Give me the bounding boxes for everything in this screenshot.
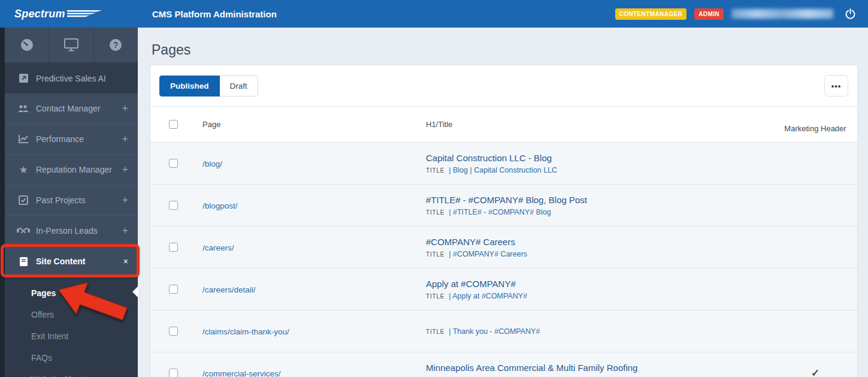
book-icon	[16, 257, 31, 267]
publish-state-tabs: Published Draft	[159, 76, 258, 96]
dashboard-gauge-icon[interactable]	[5, 28, 49, 62]
submenu-item-label: Website About	[31, 375, 85, 377]
title-label: TITLE	[426, 328, 444, 335]
submenu-item-label: Pages	[31, 288, 56, 298]
active-submenu-notch	[132, 286, 138, 298]
table-row: /blog/ Capital Construction LLC - Blog T…	[150, 143, 857, 185]
brand-name: Spectrum	[14, 8, 65, 20]
app-title: CMS Platform Administration	[152, 9, 277, 19]
users-icon	[16, 104, 31, 113]
sidebar: ? Predictive Sales AI Contact Manager + …	[0, 28, 138, 377]
site-content-submenu: Pages Offers Exit Intent FAQs Website Ab…	[5, 277, 138, 377]
toolbar: Published Draft •••	[150, 65, 857, 107]
expand-plus-icon[interactable]: +	[122, 133, 128, 146]
table-row: /careers/ #COMPANY# Careers TITLE| #COMP…	[150, 227, 857, 269]
pages-card: Published Draft ••• Page H1/Title Market…	[150, 65, 858, 377]
row-checkbox[interactable]	[169, 327, 178, 336]
sidebar-nav: Predictive Sales AI Contact Manager + Pe…	[5, 63, 138, 277]
sidebar-item-label: Site Content	[36, 257, 85, 266]
title-value: | Thank you - #COMPANY#	[449, 327, 540, 336]
title-value: | Apply at #COMPANY#	[449, 292, 527, 300]
page-h1[interactable]: Capital Construction LLC - Blog	[426, 153, 779, 163]
submenu-item-offers[interactable]: Offers	[5, 304, 138, 325]
title-value: | #COMPANY# Careers	[449, 250, 527, 258]
monitor-icon[interactable]	[49, 28, 93, 62]
role-badge-admin: ADMIN	[694, 8, 724, 20]
tab-draft[interactable]: Draft	[220, 76, 258, 96]
chart-line-icon	[16, 134, 31, 144]
top-bar: Spectrum CMS Platform Administration CON…	[0, 0, 868, 28]
row-checkbox[interactable]	[169, 285, 178, 294]
page-h1[interactable]: #TITLE# - #COMPANY# Blog, Blog Post	[426, 195, 779, 205]
submenu-item-exit-intent[interactable]: Exit Intent	[5, 325, 138, 347]
row-checkbox[interactable]	[169, 369, 178, 377]
column-header-page: Page	[202, 120, 426, 129]
column-header-marketing-header: Marketing Header	[779, 116, 851, 133]
sidebar-item-contact-manager[interactable]: Contact Manager +	[5, 94, 138, 124]
expand-plus-icon[interactable]: +	[122, 164, 128, 176]
sidebar-item-label: Contact Manager	[36, 104, 100, 113]
tab-published[interactable]: Published	[159, 76, 220, 96]
sidebar-item-past-projects[interactable]: Past Projects +	[5, 185, 138, 216]
star-icon: ★	[16, 164, 31, 176]
role-badge-contentmanager: CONTENTMANAGER	[615, 8, 687, 20]
expand-plus-icon[interactable]: +	[122, 225, 128, 237]
page-h1[interactable]: Minneapolis Area Commercial & Multi Fami…	[426, 363, 779, 373]
svg-text:?: ?	[113, 40, 119, 50]
table-row: /commercial-services/ Minneapolis Area C…	[150, 352, 857, 377]
page-path-link[interactable]: /careers/	[202, 243, 234, 252]
more-options-button[interactable]: •••	[824, 75, 848, 96]
row-checkbox[interactable]	[169, 159, 178, 168]
page-path-link[interactable]: /blogpost/	[202, 201, 238, 210]
handshake-icon	[16, 227, 31, 235]
sidebar-item-predictive-sales-ai[interactable]: Predictive Sales AI	[5, 63, 138, 94]
table-row: /blogpost/ #TITLE# - #COMPANY# Blog, Blo…	[150, 185, 857, 227]
close-icon[interactable]: ×	[123, 257, 128, 266]
table-row: /claims/claim-thank-you/ TITLE| Thank yo…	[150, 310, 857, 352]
page-path-link[interactable]: /commercial-services/	[202, 369, 281, 377]
title-value: | #TITLE# - #COMPANY# Blog	[449, 208, 551, 216]
marketing-header-check: ✓	[811, 367, 819, 377]
column-header-h1-title: H1/Title	[426, 120, 779, 129]
logout-power-icon[interactable]	[845, 8, 856, 20]
sidebar-item-label: Reputation Manager	[36, 165, 112, 174]
submenu-item-website-about[interactable]: Website About	[5, 369, 138, 377]
expand-plus-icon[interactable]: +	[122, 102, 128, 115]
table-header: Page H1/Title Marketing Header	[150, 107, 857, 143]
submenu-item-label: Offers	[31, 310, 54, 319]
sidebar-item-reputation-manager[interactable]: ★ Reputation Manager +	[5, 155, 138, 185]
sidebar-item-label: Past Projects	[36, 195, 85, 205]
sidebar-item-label: Performance	[36, 134, 84, 144]
check-square-icon	[16, 195, 31, 205]
row-checkbox[interactable]	[169, 243, 178, 252]
page-path-link[interactable]: /claims/claim-thank-you/	[202, 327, 289, 336]
sidebar-item-label: Predictive Sales AI	[36, 74, 106, 83]
sidebar-item-site-content[interactable]: Site Content ×	[5, 246, 138, 277]
submenu-item-label: Exit Intent	[31, 331, 68, 341]
arrow-box-icon	[16, 73, 31, 83]
expand-plus-icon[interactable]: +	[122, 194, 128, 207]
page-path-link[interactable]: /blog/	[202, 159, 222, 168]
table-row: /careers/detail/ Apply at #COMPANY# TITL…	[150, 269, 857, 310]
help-icon[interactable]: ?	[94, 28, 138, 62]
sidebar-item-label: In-Person Leads	[36, 226, 98, 236]
submenu-item-faqs[interactable]: FAQs	[5, 347, 138, 369]
sidebar-icon-tabs: ?	[5, 28, 138, 63]
sidebar-item-performance[interactable]: Performance +	[5, 124, 138, 155]
submenu-item-pages[interactable]: Pages	[5, 282, 138, 304]
page-title: Pages	[138, 28, 868, 58]
title-label: TITLE	[426, 251, 444, 258]
title-value: | Blog | Capital Construction LLC	[449, 166, 557, 174]
title-label: TITLE	[426, 209, 444, 216]
page-h1[interactable]: Apply at #COMPANY#	[426, 279, 779, 289]
title-label: TITLE	[426, 167, 444, 174]
select-all-checkbox[interactable]	[169, 120, 178, 129]
sidebar-item-in-person-leads[interactable]: In-Person Leads +	[5, 216, 138, 246]
main-content: Pages Published Draft ••• Page H1/Title …	[138, 28, 868, 377]
page-path-link[interactable]: /careers/detail/	[202, 285, 256, 294]
row-checkbox[interactable]	[169, 201, 178, 210]
title-label: TITLE	[426, 293, 444, 300]
page-h1[interactable]: #COMPANY# Careers	[426, 237, 779, 247]
brand-swoosh-icon	[67, 10, 103, 19]
submenu-item-label: FAQs	[31, 353, 52, 363]
